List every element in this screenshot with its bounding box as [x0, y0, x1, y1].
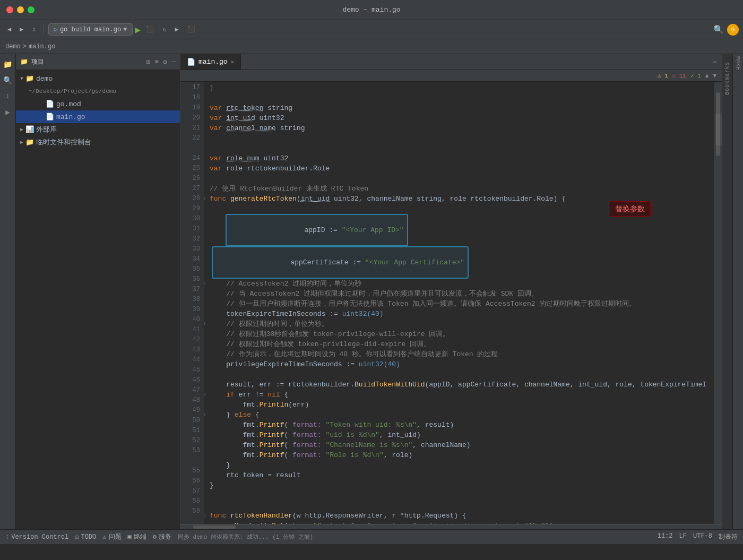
tree-item-go-mod[interactable]: 📄 go.mod	[16, 98, 180, 110]
code-line-17: }	[210, 83, 714, 93]
breadcrumb-separator: >	[23, 43, 27, 50]
main-layout: 📁 🔍 ↕ ▶ 📁 项目 ⊞ ≡ ⚙ — ▼ 📁 demo	[0, 54, 743, 529]
code-line-51: rtc_token = result	[210, 470, 714, 480]
more-run-button[interactable]: ▶	[171, 24, 182, 35]
indent[interactable]: 制表符	[719, 532, 738, 541]
h-scroll-thumb[interactable]	[193, 525, 236, 529]
tab-icon-1[interactable]: ⋯	[712, 58, 716, 66]
tree-item-external-libs[interactable]: ▶ 📊 外部库	[16, 123, 180, 136]
code-line-44: fmt.Println(err)	[210, 400, 714, 410]
file-tree-panel: 📁 项目 ⊞ ≡ ⚙ — ▼ 📁 demo ~/Desktop/Project/…	[16, 54, 180, 529]
make-label[interactable]: MAKE	[735, 56, 741, 70]
chevron-down-icon[interactable]: ▼	[713, 73, 716, 79]
tree-icon-3[interactable]: ⚙	[163, 58, 167, 66]
encoding[interactable]: UTF-8	[693, 532, 712, 541]
problems-status[interactable]: ⚠ 问题	[102, 532, 121, 541]
maximize-window-button[interactable]	[28, 6, 34, 13]
code-editor[interactable]: } var rtc_token string var int_uid uint3…	[204, 82, 714, 524]
code-line-24: var role_num uint32	[210, 153, 714, 163]
tree-item-gomod-label: go.mod	[56, 100, 81, 108]
tree-title: 项目	[31, 57, 44, 66]
tree-item-main-go[interactable]: 📄 main.go	[16, 110, 180, 123]
fold-marker-55[interactable]: ⊖	[204, 511, 206, 521]
warning-badge[interactable]: ⚠ 1	[658, 72, 668, 79]
services-icon: ⚙	[153, 533, 157, 541]
fold-marker-45[interactable]: ⊖	[204, 410, 206, 420]
find-icon[interactable]: 🔍	[2, 74, 14, 86]
horizontal-scrollbar[interactable]	[180, 524, 722, 529]
fold-marker-43[interactable]: ⊖	[204, 390, 206, 400]
services-status[interactable]: ⚙ 服务	[153, 532, 171, 541]
code-line-37: // 权限过期30秒前会触发 token-privilege-will-expi…	[210, 329, 714, 339]
breadcrumb-file[interactable]: main.go	[29, 43, 55, 50]
tree-item-demo-root[interactable]: ▼ 📁 demo	[16, 72, 180, 85]
code-line-40: privilegeExpireTimeInSeconds := uint32(4…	[210, 359, 714, 369]
vc-label: Version Control	[11, 533, 68, 541]
fold-marker-32[interactable]: ⊖	[204, 279, 206, 289]
code-line-49: fmt.Printf( format: "Role is %d\n", role…	[210, 450, 714, 460]
build-config-button[interactable]: ▷ go build main.go ▼	[48, 23, 133, 36]
git-icon[interactable]: ↕	[2, 90, 14, 102]
fold-marker-28[interactable]: ⊖	[204, 194, 206, 204]
bookmarks-label[interactable]: Bookmarks	[724, 62, 730, 95]
code-line-50: }	[210, 460, 714, 470]
todo-check-icon: ☑	[75, 533, 79, 541]
temp-icon: 📁	[25, 138, 34, 147]
window-controls[interactable]	[6, 6, 34, 13]
chevron-up-icon[interactable]: ▲	[705, 73, 709, 79]
stop-button[interactable]: ↻	[159, 24, 169, 35]
tabs: 📄 main.go ✕	[180, 54, 241, 70]
project-icon[interactable]: 📁	[2, 58, 14, 70]
terminal-status[interactable]: ▣ 终端	[128, 532, 146, 541]
close-window-button[interactable]	[6, 6, 13, 13]
titlebar: demo – main.go	[0, 0, 743, 20]
tab-close-icon[interactable]: ✕	[231, 58, 235, 65]
todo-status[interactable]: ☑ TODO	[75, 533, 96, 541]
code-line-38: // 权限过期时会触发 token-privilege-did-expire 回…	[210, 339, 714, 349]
run-button[interactable]: ▶	[135, 24, 141, 36]
tree-icon-4[interactable]: —	[171, 58, 176, 66]
services-label: 服务	[159, 532, 171, 541]
status-left: ↕ Version Control ☑ TODO ⚠ 问题 ▣ 终端 ⚙ 服务 …	[5, 532, 313, 541]
tree-item-path[interactable]: ~/Desktop/Project/go/demo	[16, 85, 180, 98]
error-badge[interactable]: ⚠ 11	[672, 72, 686, 79]
toolbar-separator	[44, 24, 44, 35]
back-button[interactable]: ◀	[4, 24, 14, 35]
code-line-23-blank	[210, 143, 714, 153]
tree-header: 📁 项目 ⊞ ≡ ⚙ —	[16, 54, 180, 70]
problems-icon: ⚠	[102, 533, 106, 541]
stats-icon: 📊	[25, 125, 34, 134]
editor-right-panel: 📄 main.go ✕ ⋯ ⚠ 1 ⚠ 11 ✓ 1	[180, 54, 743, 529]
minimap-viewport	[715, 114, 722, 145]
debug-button[interactable]: ⬛	[143, 24, 157, 35]
version-control-status[interactable]: ↕ Version Control	[5, 533, 68, 541]
code-line-35: tokenExpireTimeInSeconds := uint32(40)	[210, 309, 714, 319]
mod-file-icon: 📄	[46, 100, 54, 108]
tree-icon-1[interactable]: ⊞	[146, 58, 151, 66]
forward-button[interactable]: ▶	[16, 24, 27, 35]
tree-title-area: 📁 项目	[20, 57, 44, 66]
breadcrumb: demo > main.go	[0, 39, 743, 54]
stop2-button[interactable]: ⬛	[184, 24, 198, 35]
search-icon[interactable]: 🔍	[713, 24, 724, 35]
code-line-55: ⊖ func rtcTokenHandler(w http.ResponseWr…	[210, 511, 714, 521]
run-icon[interactable]: ▶	[2, 106, 14, 118]
breadcrumb-project[interactable]: demo	[5, 43, 21, 50]
ok-badge[interactable]: ✓ 1	[690, 72, 701, 79]
line-ending[interactable]: LF	[679, 532, 687, 541]
code-line-18	[210, 93, 714, 103]
tab-main-go[interactable]: 📄 main.go ✕	[180, 54, 241, 70]
fold-marker-36[interactable]: ⊖	[204, 319, 206, 329]
tree-item-temp[interactable]: ▶ 📁 临时文件和控制台	[16, 136, 180, 149]
code-line-39: // 作为演示，在此将过期时间设为 40 秒。你可以看到客户端自动更新 Toke…	[210, 349, 714, 359]
git-button[interactable]: ↕	[29, 24, 39, 35]
code-line-45: ⊖ } else {	[210, 410, 714, 420]
code-line-54-blank	[210, 501, 714, 511]
line-numbers: 17 18 19 20 21 22 24 25 26 27 28 29 30 3…	[180, 82, 204, 524]
tree-icon-2[interactable]: ≡	[155, 58, 159, 66]
minimize-window-button[interactable]	[17, 6, 24, 13]
status-bar: ↕ Version Control ☑ TODO ⚠ 问题 ▣ 终端 ⚙ 服务 …	[0, 529, 743, 544]
folder-icon: 📁	[25, 74, 34, 83]
code-line-22	[210, 133, 714, 143]
editor-scrollbar[interactable]	[714, 82, 722, 524]
